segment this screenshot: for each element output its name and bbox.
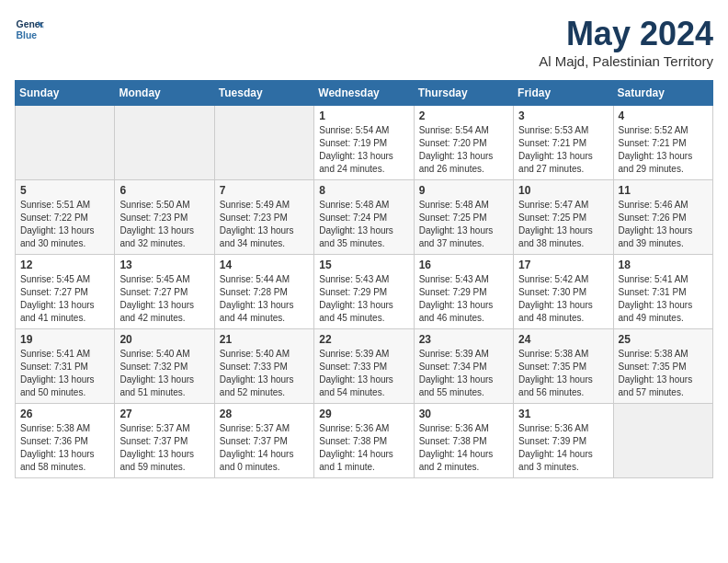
day-info: Sunrise: 5:36 AM Sunset: 7:38 PM Dayligh… bbox=[319, 422, 408, 474]
month-title: May 2024 bbox=[539, 15, 713, 53]
calendar-cell: 24Sunrise: 5:38 AM Sunset: 7:35 PM Dayli… bbox=[514, 329, 613, 404]
day-number: 12 bbox=[20, 259, 109, 271]
calendar-cell: 5Sunrise: 5:51 AM Sunset: 7:22 PM Daylig… bbox=[16, 180, 115, 255]
calendar-cell: 2Sunrise: 5:54 AM Sunset: 7:20 PM Daylig… bbox=[414, 106, 513, 180]
day-number: 29 bbox=[319, 408, 408, 420]
day-number: 8 bbox=[319, 184, 408, 197]
weekday-header: Sunday bbox=[16, 81, 115, 106]
day-number: 9 bbox=[419, 184, 508, 197]
calendar-week-row: 1Sunrise: 5:54 AM Sunset: 7:19 PM Daylig… bbox=[16, 106, 713, 180]
day-number: 10 bbox=[518, 184, 608, 197]
day-info: Sunrise: 5:41 AM Sunset: 7:31 PM Dayligh… bbox=[619, 273, 708, 325]
day-number: 28 bbox=[220, 408, 309, 420]
day-info: Sunrise: 5:45 AM Sunset: 7:27 PM Dayligh… bbox=[20, 273, 109, 325]
day-info: Sunrise: 5:36 AM Sunset: 7:38 PM Dayligh… bbox=[419, 422, 508, 474]
day-number: 14 bbox=[220, 259, 309, 271]
weekday-header-row: SundayMondayTuesdayWednesdayThursdayFrid… bbox=[16, 81, 713, 106]
day-info: Sunrise: 5:38 AM Sunset: 7:35 PM Dayligh… bbox=[518, 348, 608, 399]
calendar-cell bbox=[115, 106, 214, 180]
calendar-cell: 17Sunrise: 5:42 AM Sunset: 7:30 PM Dayli… bbox=[514, 255, 613, 329]
day-info: Sunrise: 5:48 AM Sunset: 7:25 PM Dayligh… bbox=[419, 199, 508, 250]
logo: General Blue bbox=[15, 15, 44, 44]
day-number: 2 bbox=[419, 109, 508, 122]
calendar-cell: 7Sunrise: 5:49 AM Sunset: 7:23 PM Daylig… bbox=[214, 180, 313, 255]
day-number: 4 bbox=[619, 109, 708, 122]
day-info: Sunrise: 5:43 AM Sunset: 7:29 PM Dayligh… bbox=[319, 273, 408, 325]
calendar-cell: 10Sunrise: 5:47 AM Sunset: 7:25 PM Dayli… bbox=[514, 180, 613, 255]
calendar-cell: 18Sunrise: 5:41 AM Sunset: 7:31 PM Dayli… bbox=[613, 255, 712, 329]
day-info: Sunrise: 5:37 AM Sunset: 7:37 PM Dayligh… bbox=[220, 422, 309, 474]
page-header: General Blue May 2024 Al Majd, Palestini… bbox=[15, 15, 713, 69]
weekday-header: Monday bbox=[115, 81, 214, 106]
weekday-header: Wednesday bbox=[314, 81, 414, 106]
day-info: Sunrise: 5:45 AM Sunset: 7:27 PM Dayligh… bbox=[119, 273, 209, 325]
weekday-header: Thursday bbox=[414, 81, 513, 106]
day-info: Sunrise: 5:36 AM Sunset: 7:39 PM Dayligh… bbox=[518, 422, 608, 474]
day-number: 7 bbox=[220, 184, 309, 197]
day-number: 22 bbox=[319, 333, 408, 346]
day-number: 11 bbox=[619, 184, 708, 197]
day-info: Sunrise: 5:51 AM Sunset: 7:22 PM Dayligh… bbox=[20, 199, 109, 250]
calendar-cell: 26Sunrise: 5:38 AM Sunset: 7:36 PM Dayli… bbox=[16, 404, 115, 478]
calendar-cell: 14Sunrise: 5:44 AM Sunset: 7:28 PM Dayli… bbox=[214, 255, 313, 329]
title-block: May 2024 Al Majd, Palestinian Territory bbox=[539, 15, 713, 69]
day-number: 25 bbox=[619, 333, 708, 346]
weekday-header: Tuesday bbox=[214, 81, 313, 106]
day-number: 6 bbox=[119, 184, 209, 197]
svg-text:Blue: Blue bbox=[17, 30, 38, 40]
day-info: Sunrise: 5:53 AM Sunset: 7:21 PM Dayligh… bbox=[518, 124, 608, 176]
day-info: Sunrise: 5:41 AM Sunset: 7:31 PM Dayligh… bbox=[20, 348, 109, 399]
calendar-cell: 27Sunrise: 5:37 AM Sunset: 7:37 PM Dayli… bbox=[115, 404, 214, 478]
day-number: 1 bbox=[319, 109, 408, 122]
weekday-header: Friday bbox=[514, 81, 613, 106]
calendar-cell: 22Sunrise: 5:39 AM Sunset: 7:33 PM Dayli… bbox=[314, 329, 414, 404]
calendar-cell bbox=[214, 106, 313, 180]
calendar-cell: 28Sunrise: 5:37 AM Sunset: 7:37 PM Dayli… bbox=[214, 404, 313, 478]
location: Al Majd, Palestinian Territory bbox=[539, 53, 713, 69]
day-info: Sunrise: 5:37 AM Sunset: 7:37 PM Dayligh… bbox=[119, 422, 209, 474]
calendar-cell: 3Sunrise: 5:53 AM Sunset: 7:21 PM Daylig… bbox=[514, 106, 613, 180]
day-number: 18 bbox=[619, 259, 708, 271]
day-number: 5 bbox=[20, 184, 109, 197]
weekday-header: Saturday bbox=[613, 81, 712, 106]
day-number: 30 bbox=[419, 408, 508, 420]
calendar-cell: 4Sunrise: 5:52 AM Sunset: 7:21 PM Daylig… bbox=[613, 106, 712, 180]
day-info: Sunrise: 5:47 AM Sunset: 7:25 PM Dayligh… bbox=[518, 199, 608, 250]
calendar-cell: 1Sunrise: 5:54 AM Sunset: 7:19 PM Daylig… bbox=[314, 106, 414, 180]
day-info: Sunrise: 5:40 AM Sunset: 7:33 PM Dayligh… bbox=[220, 348, 309, 399]
day-number: 26 bbox=[20, 408, 109, 420]
calendar-cell: 6Sunrise: 5:50 AM Sunset: 7:23 PM Daylig… bbox=[115, 180, 214, 255]
calendar-cell: 11Sunrise: 5:46 AM Sunset: 7:26 PM Dayli… bbox=[613, 180, 712, 255]
day-number: 27 bbox=[119, 408, 209, 420]
calendar-cell: 23Sunrise: 5:39 AM Sunset: 7:34 PM Dayli… bbox=[414, 329, 513, 404]
calendar-cell: 21Sunrise: 5:40 AM Sunset: 7:33 PM Dayli… bbox=[214, 329, 313, 404]
day-number: 3 bbox=[518, 109, 608, 122]
day-number: 20 bbox=[119, 333, 209, 346]
calendar-week-row: 12Sunrise: 5:45 AM Sunset: 7:27 PM Dayli… bbox=[16, 255, 713, 329]
calendar-cell: 13Sunrise: 5:45 AM Sunset: 7:27 PM Dayli… bbox=[115, 255, 214, 329]
day-info: Sunrise: 5:50 AM Sunset: 7:23 PM Dayligh… bbox=[119, 199, 209, 250]
day-info: Sunrise: 5:38 AM Sunset: 7:35 PM Dayligh… bbox=[619, 348, 708, 399]
calendar-table: SundayMondayTuesdayWednesdayThursdayFrid… bbox=[15, 80, 713, 478]
day-number: 16 bbox=[419, 259, 508, 271]
day-info: Sunrise: 5:54 AM Sunset: 7:19 PM Dayligh… bbox=[319, 124, 408, 176]
calendar-cell: 9Sunrise: 5:48 AM Sunset: 7:25 PM Daylig… bbox=[414, 180, 513, 255]
day-number: 17 bbox=[518, 259, 608, 271]
day-info: Sunrise: 5:39 AM Sunset: 7:33 PM Dayligh… bbox=[319, 348, 408, 399]
calendar-cell: 8Sunrise: 5:48 AM Sunset: 7:24 PM Daylig… bbox=[314, 180, 414, 255]
day-info: Sunrise: 5:46 AM Sunset: 7:26 PM Dayligh… bbox=[619, 199, 708, 250]
calendar-week-row: 5Sunrise: 5:51 AM Sunset: 7:22 PM Daylig… bbox=[16, 180, 713, 255]
day-info: Sunrise: 5:54 AM Sunset: 7:20 PM Dayligh… bbox=[419, 124, 508, 176]
calendar-cell bbox=[16, 106, 115, 180]
day-number: 15 bbox=[319, 259, 408, 271]
calendar-cell: 16Sunrise: 5:43 AM Sunset: 7:29 PM Dayli… bbox=[414, 255, 513, 329]
day-number: 24 bbox=[518, 333, 608, 346]
logo-icon: General Blue bbox=[15, 15, 44, 44]
day-info: Sunrise: 5:39 AM Sunset: 7:34 PM Dayligh… bbox=[419, 348, 508, 399]
calendar-cell: 30Sunrise: 5:36 AM Sunset: 7:38 PM Dayli… bbox=[414, 404, 513, 478]
calendar-cell: 29Sunrise: 5:36 AM Sunset: 7:38 PM Dayli… bbox=[314, 404, 414, 478]
day-number: 31 bbox=[518, 408, 608, 420]
day-info: Sunrise: 5:44 AM Sunset: 7:28 PM Dayligh… bbox=[220, 273, 309, 325]
day-number: 23 bbox=[419, 333, 508, 346]
calendar-week-row: 19Sunrise: 5:41 AM Sunset: 7:31 PM Dayli… bbox=[16, 329, 713, 404]
